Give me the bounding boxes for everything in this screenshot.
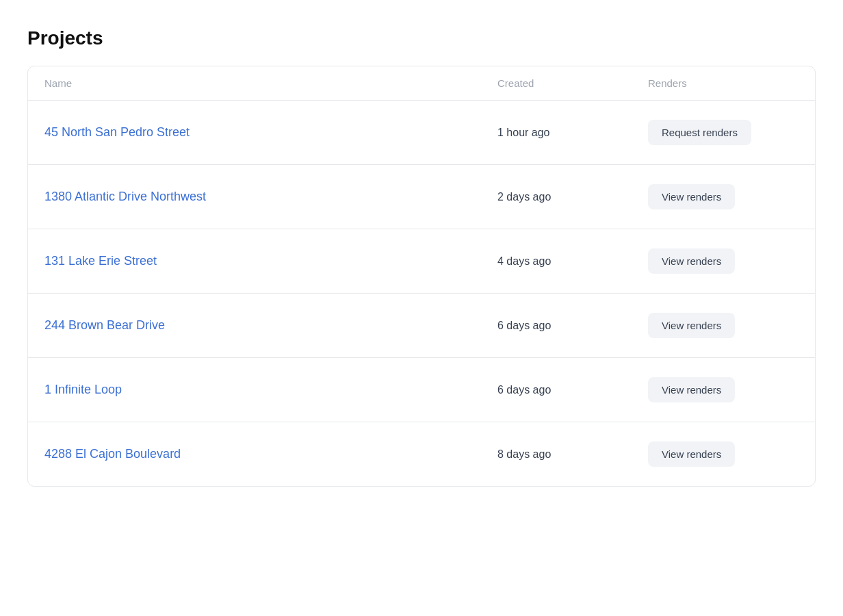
table-row: 131 Lake Erie Street4 days agoView rende…	[28, 229, 815, 294]
page-title: Projects	[27, 27, 816, 49]
project-name-1[interactable]: 45 North San Pedro Street	[44, 125, 497, 140]
project-renders-cell-2: View renders	[648, 184, 799, 209]
table-row: 1 Infinite Loop6 days agoView renders	[28, 358, 815, 422]
project-renders-cell-4: View renders	[648, 313, 799, 338]
project-created-1: 1 hour ago	[497, 127, 648, 139]
project-renders-cell-5: View renders	[648, 377, 799, 402]
project-name-6[interactable]: 4288 El Cajon Boulevard	[44, 447, 497, 461]
renders-button-1[interactable]: Request renders	[648, 120, 751, 145]
project-created-5: 6 days ago	[497, 384, 648, 396]
project-created-2: 2 days ago	[497, 191, 648, 203]
table-row: 1380 Atlantic Drive Northwest2 days agoV…	[28, 165, 815, 229]
renders-button-2[interactable]: View renders	[648, 184, 735, 209]
column-header-renders: Renders	[648, 77, 799, 89]
column-header-created: Created	[497, 77, 648, 89]
project-created-3: 4 days ago	[497, 255, 648, 268]
renders-button-6[interactable]: View renders	[648, 441, 735, 467]
projects-table: Name Created Renders 45 North San Pedro …	[27, 66, 816, 487]
table-row: 4288 El Cajon Boulevard8 days agoView re…	[28, 422, 815, 486]
project-renders-cell-6: View renders	[648, 441, 799, 467]
project-renders-cell-3: View renders	[648, 248, 799, 274]
project-name-5[interactable]: 1 Infinite Loop	[44, 383, 497, 397]
table-body: 45 North San Pedro Street1 hour agoReque…	[28, 101, 815, 486]
table-header: Name Created Renders	[28, 66, 815, 101]
table-row: 45 North San Pedro Street1 hour agoReque…	[28, 101, 815, 165]
project-renders-cell-1: Request renders	[648, 120, 799, 145]
project-name-4[interactable]: 244 Brown Bear Drive	[44, 318, 497, 333]
project-name-2[interactable]: 1380 Atlantic Drive Northwest	[44, 190, 497, 204]
renders-button-3[interactable]: View renders	[648, 248, 735, 274]
project-name-3[interactable]: 131 Lake Erie Street	[44, 254, 497, 268]
project-created-4: 6 days ago	[497, 320, 648, 332]
renders-button-4[interactable]: View renders	[648, 313, 735, 338]
table-row: 244 Brown Bear Drive6 days agoView rende…	[28, 294, 815, 358]
project-created-6: 8 days ago	[497, 448, 648, 461]
column-header-name: Name	[44, 77, 497, 89]
renders-button-5[interactable]: View renders	[648, 377, 735, 402]
